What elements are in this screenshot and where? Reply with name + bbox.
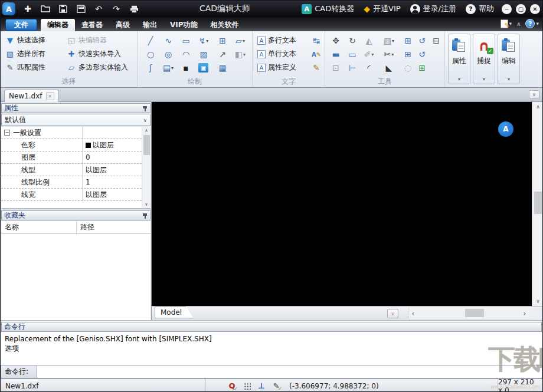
minimize-button[interactable]: − — [502, 4, 512, 14]
leader-icon[interactable]: ↗ — [215, 48, 230, 61]
layers-add-icon[interactable]: ⊞ — [415, 61, 429, 74]
property-row-lineweight[interactable]: 线宽 以图层 — [1, 189, 142, 201]
document-tab-new1[interactable]: New1.dxf ✕ — [4, 90, 59, 102]
polyline-icon[interactable]: ↯▾ — [197, 34, 211, 47]
fillet-icon[interactable]: ◜ — [362, 61, 376, 74]
close-button[interactable]: ✕ — [530, 4, 540, 14]
arc-icon[interactable]: ◠ — [179, 48, 193, 61]
command-history[interactable]: Replacement of the [Geniso.SHX] font wit… — [1, 332, 542, 365]
quick-edit-menu-button[interactable]: ✎ ▾ — [501, 19, 512, 28]
offset-icon[interactable]: ⊢ — [345, 61, 359, 74]
cad-converter-link[interactable]: A CAD转换器 — [298, 4, 358, 14]
point-icon[interactable]: ▪ — [179, 61, 193, 74]
scrollbar-thumb[interactable] — [143, 135, 150, 155]
property-row-layer[interactable]: 图层 0 — [1, 151, 142, 164]
layout-toggle-button[interactable]: ∨ — [387, 309, 398, 318]
scale-icon[interactable]: ⊡ — [329, 61, 343, 74]
ortho-toggle-icon[interactable]: ⊥ — [257, 381, 266, 391]
app-logo-icon[interactable]: A — [2, 2, 15, 15]
rotate-icon[interactable]: ↻ — [345, 34, 359, 47]
tab-editor[interactable]: 编辑器 — [41, 19, 75, 31]
base-origin-icon[interactable]: ▬ — [329, 48, 343, 61]
copy-icon[interactable]: ⊞ — [401, 34, 415, 47]
scrollbar-thumb[interactable] — [465, 309, 484, 317]
open-vip-link[interactable]: ◆ 开通VIP — [360, 4, 404, 14]
property-group-row[interactable]: −一般设置 — [1, 127, 142, 139]
snap-panel-button[interactable]: ∩✓ 捕捉 ▾ — [473, 34, 495, 84]
property-row-linetype[interactable]: 线型 以图层 — [1, 164, 142, 176]
table-icon[interactable]: ▦ — [215, 61, 230, 74]
chamfer-icon[interactable]: ◣ — [382, 61, 396, 74]
tab-output[interactable]: 输出 — [136, 19, 163, 31]
redo-button[interactable]: ↷ — [109, 2, 124, 15]
login-register-link[interactable]: 登录/注册 — [407, 4, 460, 14]
canvas-vertical-scrollbar[interactable]: ∧ ∨ — [532, 102, 543, 306]
hatch-icon[interactable]: ▤▾ — [161, 61, 175, 74]
base-extent-icon[interactable]: ▭ — [345, 48, 359, 61]
property-selector-combo[interactable]: 默认值 ∨ — [1, 114, 151, 126]
scroll-down-icon[interactable]: ∨ — [142, 202, 151, 207]
grid-toggle-icon[interactable] — [242, 381, 251, 391]
scroll-up-icon[interactable]: ∧ — [142, 128, 151, 133]
scroll-right-icon[interactable]: › — [520, 308, 529, 319]
undo-button[interactable]: ↶ — [91, 2, 106, 15]
new-file-button[interactable]: ✚ — [20, 2, 35, 15]
drawing-canvas[interactable]: A — [152, 102, 532, 306]
insert-block-icon[interactable]: ⊞ — [215, 34, 230, 47]
property-grid-scrollbar[interactable]: ∧ ∨ — [142, 127, 151, 208]
edit-panel-button[interactable]: 编辑 ▾ — [498, 34, 520, 84]
tab-advanced[interactable]: 高级 — [109, 19, 136, 31]
favorites-list[interactable] — [1, 234, 151, 320]
copy-objects-icon[interactable]: ⊞ — [401, 48, 415, 61]
text-scale-icon[interactable]: ↹ — [309, 34, 323, 47]
pin-icon[interactable] — [142, 213, 148, 219]
property-row-ltscale[interactable]: 线型比例 1 — [1, 176, 142, 189]
text-edit-icon[interactable]: ✎ — [309, 61, 323, 74]
maximize-button[interactable]: ▢ — [516, 4, 526, 14]
tab-file[interactable]: 文件 — [5, 19, 37, 31]
favorites-col-name[interactable]: 名称 — [1, 221, 77, 233]
mtext-button[interactable]: A 多行文本 — [257, 34, 296, 47]
save-as-pdf-button[interactable]: PDF — [73, 2, 89, 15]
help-menu-button[interactable]: ? ▾ — [525, 19, 539, 28]
dtext-button[interactable]: A 单行文本 — [257, 48, 296, 60]
draft-toggle-icon[interactable]: ✎ ✓ — [272, 381, 281, 391]
model-tab[interactable]: Model — [155, 307, 194, 318]
canvas-horizontal-scrollbar[interactable]: ‹ › — [408, 308, 529, 319]
layer-state-icon[interactable]: ⊟ — [429, 34, 443, 47]
ellipse-icon[interactable]: ◎ — [161, 48, 175, 61]
save-button[interactable] — [55, 2, 71, 15]
line-icon[interactable]: ╱ — [143, 34, 158, 47]
group-icon[interactable]: ◧▾ — [233, 48, 247, 61]
help-link[interactable]: ? 帮助 — [462, 4, 498, 14]
trim-icon[interactable]: ✂▾ — [382, 48, 396, 61]
image-icon[interactable]: ▣ — [198, 63, 208, 73]
tab-close-icon[interactable]: ✕ — [46, 92, 54, 100]
translate-badge-icon[interactable]: A — [498, 121, 513, 137]
block-update-icon[interactable]: ↺ — [415, 34, 429, 47]
command-input[interactable] — [37, 365, 542, 378]
scroll-left-icon[interactable]: ‹ — [408, 308, 418, 319]
scroll-up-icon[interactable]: ∧ — [532, 104, 543, 110]
tab-vip-features[interactable]: VIP功能 — [163, 19, 204, 31]
property-row-color[interactable]: 色彩 以图层 — [1, 139, 142, 151]
match-properties-button[interactable]: ✎ 匹配属性 — [5, 61, 45, 74]
spline-icon[interactable]: ʃ — [143, 61, 158, 74]
collapse-ribbon-button[interactable]: ∧ — [516, 21, 521, 27]
array-icon[interactable]: ▥▾ — [382, 34, 396, 47]
favorites-col-path[interactable]: 路径 — [77, 222, 94, 232]
tab-list-chevron-button[interactable]: ∨ — [529, 90, 539, 99]
select-all-button[interactable]: ▧ 选择所有 — [5, 48, 45, 60]
attribute-define-button[interactable]: A 属性定义 — [257, 61, 296, 74]
mirror-icon[interactable]: ◭ — [362, 34, 376, 47]
scroll-down-icon[interactable]: ∨ — [532, 298, 543, 304]
osnap-toggle-icon[interactable]: Q ✓ — [227, 381, 237, 391]
block-sync-icon[interactable]: ↺ — [415, 48, 429, 61]
polygon-entity-input-button[interactable]: ▱ 多边形实体输入 — [67, 61, 128, 74]
rectangle-icon[interactable]: ▭ — [179, 34, 193, 47]
tab-related-software[interactable]: 相关软件 — [204, 19, 246, 31]
circle-icon[interactable]: ○ — [143, 48, 158, 61]
text-style-icon[interactable]: A✎ — [309, 48, 323, 61]
collapse-box-icon[interactable]: − — [4, 130, 10, 136]
open-file-button[interactable] — [38, 2, 53, 15]
